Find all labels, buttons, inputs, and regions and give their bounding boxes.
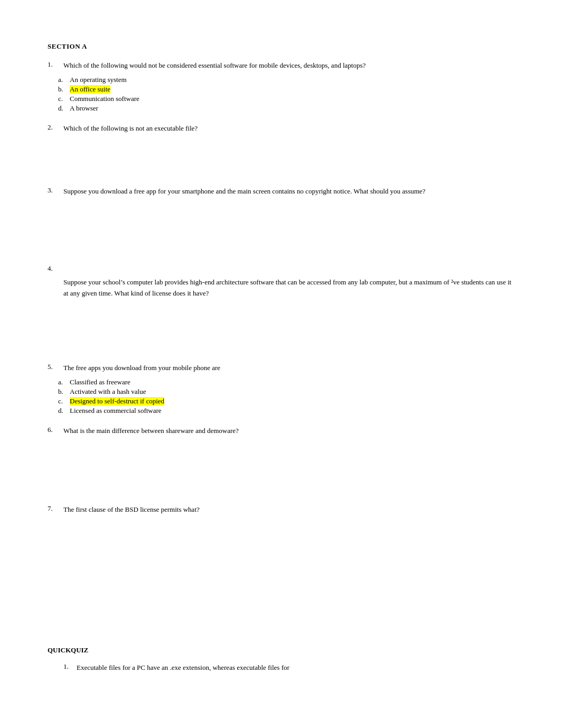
q1-answer-d: d. A browser bbox=[58, 104, 513, 113]
question-1: 1. Which of the following would not be c… bbox=[48, 60, 513, 113]
q1-answer-b-letter: b. bbox=[58, 85, 70, 94]
question-5: 5. The free apps you download from your … bbox=[48, 363, 513, 415]
qq-item-1-text: Executable files for a PC have an .exe e… bbox=[77, 662, 289, 673]
q1-answer-b-text: An office suite bbox=[70, 85, 110, 94]
q5-answer-d: d. Licensed as commercial software bbox=[58, 407, 513, 415]
q5-answer-b-letter: b. bbox=[58, 388, 70, 396]
q5-answer-d-text: Licensed as commercial software bbox=[70, 407, 162, 415]
q5-answer-c-text: Designed to self-destruct if copied bbox=[70, 397, 164, 406]
q7-text: The first clause of the BSD license perm… bbox=[63, 504, 513, 515]
question-4: 4. Suppose your school’s computer lab pr… bbox=[48, 264, 513, 352]
q1-answer-a: a. An operating system bbox=[58, 76, 513, 84]
q1-answer-b: b. An office suite bbox=[58, 85, 513, 94]
q4-answer-space bbox=[48, 299, 513, 352]
q1-answer-d-text: A browser bbox=[70, 104, 98, 113]
q5-answer-b: b. Activated with a hash value bbox=[58, 388, 513, 396]
q5-answer-d-letter: d. bbox=[58, 407, 70, 415]
q1-answer-d-letter: d. bbox=[58, 104, 70, 113]
q3-text: Suppose you download a free app for your… bbox=[63, 186, 513, 197]
q5-answer-a-text: Classified as freeware bbox=[70, 378, 130, 386]
q1-number: 1. bbox=[48, 60, 63, 69]
question-2: 2. Which of the following is not an exec… bbox=[48, 123, 513, 176]
q1-answer-c-text: Communication software bbox=[70, 95, 139, 103]
q7-number: 7. bbox=[48, 504, 63, 513]
q5-answer-c: c. Designed to self-destruct if copied bbox=[58, 397, 513, 406]
q5-answer-b-text: Activated with a hash value bbox=[70, 388, 146, 396]
q1-answer-a-text: An operating system bbox=[70, 76, 127, 84]
question-3: 3. Suppose you download a free app for y… bbox=[48, 186, 513, 254]
qq-item-1-number: 1. bbox=[63, 662, 77, 671]
qq-item-1: 1. Executable files for a PC have an .ex… bbox=[48, 662, 513, 673]
q7-answer-space bbox=[48, 519, 513, 572]
q5-answer-a: a. Classified as freeware bbox=[58, 378, 513, 386]
q5-answers: a. Classified as freeware b. Activated w… bbox=[48, 378, 513, 415]
q5-number: 5. bbox=[48, 363, 63, 371]
q6-text: What is the main difference between shar… bbox=[63, 426, 513, 437]
q1-answer-a-letter: a. bbox=[58, 76, 70, 84]
q2-answer-space bbox=[48, 139, 513, 176]
q1-answer-c: c. Communication software bbox=[58, 95, 513, 103]
quickquiz-header: QUICKQUIZ bbox=[48, 646, 513, 655]
q7-extra-space bbox=[48, 572, 513, 625]
q2-number: 2. bbox=[48, 123, 63, 132]
q3-number: 3. bbox=[48, 186, 63, 195]
section-a: SECTION A 1. Which of the following woul… bbox=[48, 42, 513, 625]
q3-answer-space bbox=[48, 201, 513, 254]
q1-answer-c-letter: c. bbox=[58, 95, 70, 103]
q6-number: 6. bbox=[48, 426, 63, 434]
section-a-header: SECTION A bbox=[48, 42, 513, 51]
question-6: 6. What is the main difference between s… bbox=[48, 426, 513, 494]
quickquiz-section: QUICKQUIZ 1. Executable files for a PC h… bbox=[48, 646, 513, 673]
q5-answer-c-letter: c. bbox=[58, 397, 70, 406]
question-7: 7. The first clause of the BSD license p… bbox=[48, 504, 513, 625]
q2-text: Which of the following is not an executa… bbox=[63, 123, 513, 134]
q6-answer-space bbox=[48, 441, 513, 494]
q1-text: Which of the following would not be cons… bbox=[63, 60, 513, 71]
q5-answer-a-letter: a. bbox=[58, 378, 70, 386]
q1-answers: a. An operating system b. An office suit… bbox=[48, 76, 513, 113]
q4-text: Suppose your school’s computer lab provi… bbox=[63, 278, 511, 297]
q5-text: The free apps you download from your mob… bbox=[63, 363, 513, 374]
q4-number: 4. bbox=[48, 264, 63, 273]
